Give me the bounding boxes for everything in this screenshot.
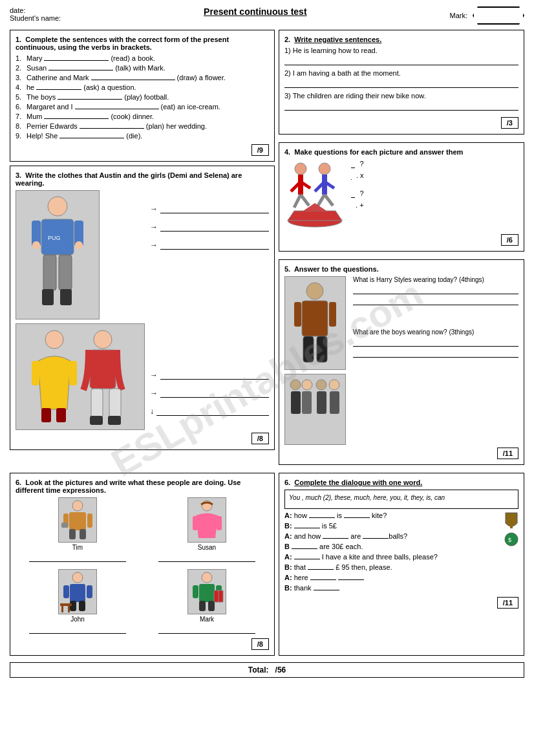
list-item: 2. Susan (talk) with Mark. — [16, 64, 269, 72]
list-item: 6. Margaret and I (eat) an ice-cream. — [16, 103, 269, 111]
list-item: 4. he (ask) a question. — [16, 83, 269, 91]
svg-point-37 — [306, 283, 323, 299]
people-grid: Tim Susan — [16, 497, 269, 636]
mark-image — [187, 569, 226, 614]
sentence-list: 1. Mary (read) a book. 2. Susan (talk) w… — [16, 54, 269, 140]
list-item: 1. Mary (read) a book. — [16, 54, 269, 62]
svg-rect-3 — [43, 255, 56, 290]
section3: 3. Write the clothes that Austin and the… — [10, 166, 275, 450]
svg-rect-42 — [317, 336, 327, 362]
svg-rect-67 — [60, 603, 72, 606]
svg-rect-54 — [87, 513, 92, 528]
svg-point-43 — [290, 380, 301, 390]
tim-name: Tim — [72, 544, 83, 551]
section3-content: PUG — [16, 190, 269, 430]
dialogue-a4: A: here — [284, 574, 518, 581]
section1-score: /9 — [251, 144, 269, 156]
svg-rect-55 — [69, 529, 76, 539]
main-grid: 1. Complete the sentences with the corre… — [10, 30, 524, 469]
section5: 5. Answer to the questions. — [279, 259, 524, 465]
svg-rect-13 — [69, 361, 77, 385]
svg-rect-39 — [294, 302, 301, 327]
section2: 2. Write negative sentences. 1) He is le… — [279, 30, 524, 135]
svg-rect-60 — [217, 516, 222, 530]
boys-group-image — [284, 374, 346, 445]
svg-rect-59 — [193, 516, 198, 530]
svg-point-0 — [48, 197, 67, 216]
svg-rect-78 — [510, 523, 513, 528]
svg-rect-72 — [193, 585, 198, 598]
svg-point-47 — [316, 380, 326, 390]
susan-image — [187, 497, 226, 543]
section6-left-score: /8 — [251, 638, 269, 650]
svg-rect-74 — [199, 601, 206, 611]
dialogue-a2: A: and how are balls? $ — [284, 532, 518, 540]
svg-rect-19 — [109, 389, 121, 418]
section5-questions: What is Harry Styles wearing today? (4th… — [353, 276, 518, 445]
svg-rect-7 — [42, 289, 54, 305]
svg-rect-41 — [303, 336, 314, 362]
svg-rect-8 — [60, 289, 72, 305]
svg-line-27 — [301, 195, 309, 206]
section4-lines: ? . x ? . + — [351, 159, 364, 232]
svg-point-10 — [75, 241, 83, 249]
header: date: Student's name: Present continuous… — [10, 6, 524, 25]
svg-marker-35 — [288, 211, 342, 221]
svg-rect-17 — [90, 350, 116, 389]
list-item: 8. Perrier Edwards (plan) her wedding. — [16, 122, 269, 130]
dialogue-b3: B: that £ 95 then, please. — [284, 563, 518, 571]
section2-score: /3 — [501, 117, 518, 129]
neg-item-1: 1) He is learning how to read. — [284, 47, 518, 65]
svg-point-51 — [72, 501, 83, 511]
dialogue-words-box: You , much (2), these, much, here, you, … — [284, 490, 518, 509]
section3-title: 3. Write the clothes that Austin and the… — [16, 171, 269, 187]
svg-rect-52 — [69, 512, 86, 530]
tim-image — [58, 497, 97, 543]
svg-point-9 — [32, 241, 40, 249]
section4-title: 4. Make questions for each picture and a… — [284, 148, 518, 156]
section6-left: 6. Look at the pictures and write what t… — [10, 473, 275, 656]
harry-styles-image — [284, 276, 346, 370]
header-left: date: Student's name: — [10, 6, 61, 22]
dialogue-b4: B: thank — [284, 584, 518, 592]
list-item: 5. The boys (play) football. — [16, 93, 269, 101]
john-image — [58, 569, 97, 614]
svg-rect-15 — [56, 408, 66, 422]
svg-rect-71 — [199, 584, 215, 602]
arrow-lines: → → → → — [150, 190, 269, 430]
svg-rect-66 — [79, 601, 85, 611]
section6-right: 6. Complete the dialogue with one word. … — [279, 473, 524, 656]
s5-q1: What is Harry Styles wearing today? (4th… — [353, 276, 518, 305]
person-mark: Mark — [145, 569, 269, 636]
dialogue-a1: A: how is kite? — [284, 512, 518, 519]
page-title: Present continuous test — [61, 6, 449, 17]
section6-right-title: 6. Complete the dialogue with one word. — [284, 479, 518, 486]
neg-item-3: 3) The children are riding their new bik… — [284, 92, 518, 111]
john-name: John — [70, 616, 85, 623]
student-label: Student's name: — [10, 14, 61, 22]
section6-right-score: /11 — [497, 597, 518, 609]
dialogue-a3: A: I have a kite and three balls, please… — [284, 553, 518, 561]
dialogue-b2: B are 30£ each. — [284, 543, 518, 550]
date-label: date: — [10, 6, 61, 14]
svg-rect-38 — [302, 301, 328, 336]
arrow-row: → — [150, 371, 269, 380]
person-john: John — [16, 569, 140, 636]
svg-text:PUG: PUG — [48, 235, 61, 241]
svg-rect-64 — [87, 585, 92, 598]
section4: 4. Make questions for each picture and a… — [279, 142, 524, 252]
section1: 1. Complete the sentences with the corre… — [10, 30, 275, 162]
section5-title: 5. Answer to the questions. — [284, 265, 518, 273]
svg-point-70 — [202, 572, 212, 583]
person-tim: Tim — [16, 497, 140, 564]
section3-images: PUG — [16, 190, 145, 430]
arrow-row: → — [150, 389, 269, 398]
svg-line-33 — [325, 195, 333, 206]
svg-rect-12 — [32, 361, 39, 385]
svg-rect-48 — [317, 391, 326, 414]
total-label: Total: — [248, 665, 269, 675]
section5-content: What is Harry Styles wearing today? (4th… — [284, 276, 518, 445]
svg-rect-14 — [41, 408, 51, 422]
section4-image — [284, 159, 346, 232]
svg-rect-62 — [70, 584, 85, 602]
